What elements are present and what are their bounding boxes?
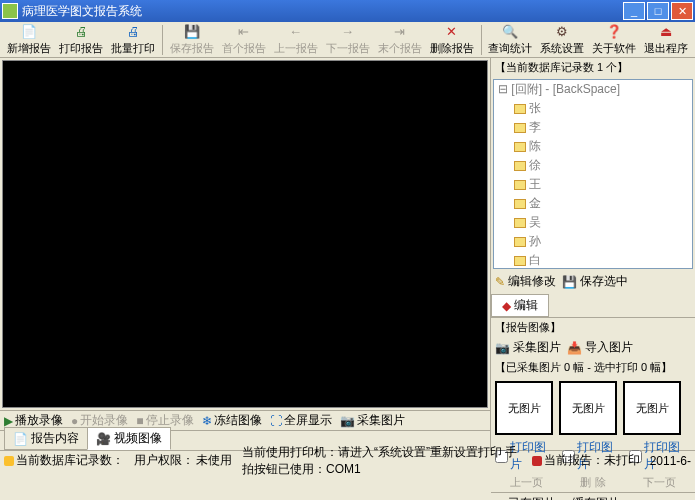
- toolbar-icon: ←: [288, 24, 304, 40]
- main-toolbar: 📄新增报告🖨打印报告🖨批量打印💾保存报告⇤首个报告←上一报告→下一报告⇥末个报告…: [0, 22, 695, 58]
- tree-item-label: 吴: [529, 214, 541, 231]
- toolbar-icon: 🖨: [125, 24, 141, 40]
- folder-icon: [514, 161, 526, 171]
- minimize-button[interactable]: _: [623, 2, 645, 20]
- tree-item-label: 李: [529, 119, 541, 136]
- patient-tree[interactable]: ⊟ [回附] - [BackSpace]张李陈徐王金吴孙白: [493, 79, 693, 269]
- toolbar-打印报告[interactable]: 🖨打印报告: [56, 23, 106, 57]
- toolbar-系统设置[interactable]: ⚙系统设置: [537, 23, 587, 57]
- thumbnail-1[interactable]: 无图片: [495, 381, 553, 435]
- tree-item-label: 金: [529, 195, 541, 212]
- toolbar-label: 删除报告: [430, 41, 474, 56]
- folder-icon: [514, 180, 526, 190]
- freeze-image-button[interactable]: ❄冻结图像: [202, 412, 262, 429]
- toolbar-icon: ⚙: [554, 24, 570, 40]
- toolbar-新增报告[interactable]: 📄新增报告: [4, 23, 54, 57]
- status-printer: 当前使用打印机：请进入“系统设置”重新设置打印 手拍按钮已使用：COM1: [242, 444, 522, 478]
- capture-image-button[interactable]: 📷采集图片: [340, 412, 405, 429]
- save-selected-button[interactable]: 💾保存选中: [562, 273, 628, 290]
- tree-item[interactable]: 白: [494, 251, 692, 269]
- status-records: 当前数据库记录数：: [16, 452, 124, 469]
- toolbar-icon: 🔍: [502, 24, 518, 40]
- tree-item[interactable]: 吴: [494, 213, 692, 232]
- toolbar-label: 下一报告: [326, 41, 370, 56]
- toolbar-icon: ⏏: [658, 24, 674, 40]
- tree-item-label: 孙: [529, 233, 541, 250]
- toolbar-icon: ⇥: [392, 24, 408, 40]
- status-dot-icon: [4, 456, 14, 466]
- video-viewport: [2, 60, 488, 408]
- toolbar-icon: ✕: [444, 24, 460, 40]
- toolbar-关于软件[interactable]: ❓关于软件: [589, 23, 639, 57]
- thumbnail-row: 无图片 无图片 无图片: [491, 377, 695, 439]
- tree-item[interactable]: 王: [494, 175, 692, 194]
- tree-item[interactable]: 金: [494, 194, 692, 213]
- tree-item[interactable]: 张: [494, 99, 692, 118]
- report-image-label: 【报告图像】: [491, 318, 695, 337]
- tab-video-image[interactable]: 🎥视频图像: [87, 427, 171, 450]
- status-report-icon: [532, 456, 542, 466]
- toolbar-label: 关于软件: [592, 41, 636, 56]
- toolbar-label: 查询统计: [488, 41, 532, 56]
- toolbar-label: 打印报告: [59, 41, 103, 56]
- tree-item-label: 徐: [529, 157, 541, 174]
- close-button[interactable]: ✕: [671, 2, 693, 20]
- folder-icon: [514, 199, 526, 209]
- toolbar-label: 新增报告: [7, 41, 51, 56]
- toolbar-icon: ❓: [606, 24, 622, 40]
- toolbar-批量打印[interactable]: 🖨批量打印: [108, 23, 158, 57]
- toolbar-icon: 💾: [184, 24, 200, 40]
- tree-item[interactable]: 李: [494, 118, 692, 137]
- app-icon: [2, 3, 18, 19]
- thumbnail-2[interactable]: 无图片: [559, 381, 617, 435]
- window-title: 病理医学图文报告系统: [22, 3, 142, 20]
- toolbar-label: 保存报告: [170, 41, 214, 56]
- record-count-label: 【当前数据库记录数 1 个】: [491, 58, 695, 77]
- tab-edit[interactable]: ◆编辑: [491, 294, 549, 317]
- toolbar-下一报告: →下一报告: [323, 23, 373, 57]
- toolbar-icon: ⇤: [236, 24, 252, 40]
- status-perm-val: 未使用: [196, 452, 232, 469]
- toolbar-删除报告[interactable]: ✕删除报告: [427, 23, 477, 57]
- folder-icon: [514, 256, 526, 266]
- folder-icon: [514, 218, 526, 228]
- maximize-button[interactable]: □: [647, 2, 669, 20]
- toolbar-首个报告: ⇤首个报告: [219, 23, 269, 57]
- tree-item-label: 王: [529, 176, 541, 193]
- toolbar-label: 批量打印: [111, 41, 155, 56]
- next-page-button: 下一页: [628, 475, 691, 490]
- tree-root[interactable]: ⊟ [回附] - [BackSpace]: [494, 80, 692, 99]
- cache-img-button[interactable]: ●缓存图片: [562, 495, 620, 500]
- edit-modify-button[interactable]: ✎编辑修改: [495, 273, 556, 290]
- status-perm-label: 用户权限：: [134, 452, 194, 469]
- toolbar-label: 系统设置: [540, 41, 584, 56]
- tree-item-label: 白: [529, 252, 541, 269]
- toolbar-label: 退出程序: [644, 41, 688, 56]
- folder-icon: [514, 237, 526, 247]
- folder-icon: [514, 104, 526, 114]
- tree-item[interactable]: 徐: [494, 156, 692, 175]
- captured-info-label: 【已采集图片 0 幅 - 选中打印 0 幅】: [491, 358, 695, 377]
- toolbar-icon: →: [340, 24, 356, 40]
- toolbar-icon: 🖨: [73, 24, 89, 40]
- status-date: 2011-6-: [650, 454, 691, 468]
- folder-icon: [514, 142, 526, 152]
- toolbar-退出程序[interactable]: ⏏退出程序: [641, 23, 691, 57]
- tree-item[interactable]: 孙: [494, 232, 692, 251]
- folder-icon: [514, 123, 526, 133]
- status-report: 当前报告：未打印: [544, 452, 640, 469]
- toolbar-label: 上一报告: [274, 41, 318, 56]
- tree-item[interactable]: 陈: [494, 137, 692, 156]
- fullscreen-button[interactable]: ⛶全屏显示: [270, 412, 332, 429]
- toolbar-上一报告: ←上一报告: [271, 23, 321, 57]
- import-img-button[interactable]: 📥导入图片: [567, 339, 633, 356]
- tab-report-content[interactable]: 📄报告内容: [4, 427, 88, 450]
- thumbnail-3[interactable]: 无图片: [623, 381, 681, 435]
- saved-img-button[interactable]: ✔已存图片: [495, 495, 556, 500]
- toolbar-查询统计[interactable]: 🔍查询统计: [485, 23, 535, 57]
- toolbar-label: 末个报告: [378, 41, 422, 56]
- capture-img-button[interactable]: 📷采集图片: [495, 339, 561, 356]
- toolbar-保存报告: 💾保存报告: [167, 23, 217, 57]
- toolbar-末个报告: ⇥末个报告: [375, 23, 425, 57]
- status-bar: 当前数据库记录数： 用户权限：未使用 当前使用打印机：请进入“系统设置”重新设置…: [0, 450, 695, 470]
